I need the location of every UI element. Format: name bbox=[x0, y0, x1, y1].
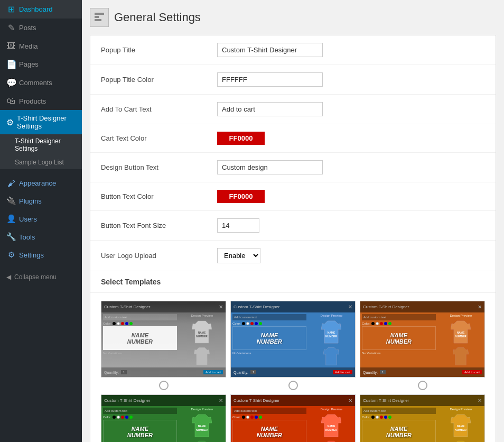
template-radio-2[interactable] bbox=[288, 381, 298, 390]
sidebar-item-comments[interactable]: 💬 Comments bbox=[0, 73, 82, 92]
add-to-cart-input[interactable] bbox=[217, 102, 323, 116]
sidebar-item-label: Tools bbox=[19, 233, 35, 241]
page-icon bbox=[90, 8, 109, 27]
settings-panel: Popup Title Popup Title Color Add To Car… bbox=[90, 35, 496, 442]
popup-title-input[interactable] bbox=[217, 43, 323, 57]
sub-label: Sample Logo List bbox=[15, 159, 64, 166]
user-logo-label: User Logo Upload bbox=[101, 252, 217, 260]
sidebar-item-appearance[interactable]: 🖌 Appearance bbox=[0, 174, 82, 192]
settings-icon: ⚙ bbox=[6, 250, 16, 260]
sidebar-item-label: Plugins bbox=[19, 197, 42, 205]
sidebar-item-users[interactable]: 👤 Users bbox=[0, 210, 82, 228]
products-icon: 🛍 bbox=[6, 96, 16, 106]
user-logo-select[interactable]: Enable Disable bbox=[217, 248, 260, 263]
svg-text:NUMBER: NUMBER bbox=[455, 428, 466, 431]
select-templates-title: Select Templates bbox=[90, 271, 496, 293]
button-text-color-button[interactable]: FF0000 bbox=[217, 190, 265, 203]
appearance-icon: 🖌 bbox=[6, 179, 16, 188]
sidebar-item-label: Appearance bbox=[19, 179, 56, 187]
template-thumb-3: Custom T-Shirt Designer ✕ Add custom tex… bbox=[360, 301, 485, 377]
template-thumb-6: Custom T-Shirt Designer ✕ Add custom tex… bbox=[360, 394, 485, 442]
tshirt-icon: ⚙ bbox=[6, 117, 14, 127]
sub-label: T-Shirt Designer Settings bbox=[15, 137, 76, 152]
design-button-input[interactable] bbox=[217, 160, 323, 174]
sidebar-item-label: Media bbox=[19, 42, 38, 50]
template-thumb-2: Custom T-Shirt Designer ✕ Add custom tex… bbox=[230, 301, 356, 377]
sidebar-item-tshirt[interactable]: ⚙ T-Shirt Designer Settings bbox=[0, 110, 82, 134]
dashboard-icon: ⊞ bbox=[6, 4, 16, 14]
design-button-text-row: Design Button Text bbox=[90, 153, 496, 182]
main-content: General Settings Popup Title Popup Title… bbox=[82, 0, 504, 442]
template-item-2[interactable]: Custom T-Shirt Designer ✕ Add custom tex… bbox=[230, 301, 356, 390]
template-thumb-1: Custom T-Shirt Designer ✕ Add custom tex… bbox=[101, 301, 226, 377]
sidebar-item-label: Products bbox=[19, 97, 46, 105]
svg-text:NUMBER: NUMBER bbox=[455, 335, 466, 338]
svg-text:NUMBER: NUMBER bbox=[196, 428, 208, 431]
svg-text:NAME: NAME bbox=[328, 425, 335, 428]
design-button-label: Design Button Text bbox=[101, 163, 217, 171]
template-item-6[interactable]: Custom T-Shirt Designer ✕ Add custom tex… bbox=[360, 394, 485, 442]
sidebar-item-dashboard[interactable]: ⊞ Dashboard bbox=[0, 0, 82, 19]
users-icon: 👤 bbox=[6, 214, 16, 224]
svg-text:NUMBER: NUMBER bbox=[196, 335, 208, 338]
collapse-menu[interactable]: ◀ Collapse menu bbox=[0, 269, 82, 285]
svg-text:NUMBER: NUMBER bbox=[325, 428, 337, 431]
template-item-4[interactable]: Custom T-Shirt Designer ✕ Add custom tex… bbox=[101, 394, 226, 442]
collapse-arrow-icon: ◀ bbox=[6, 273, 11, 281]
sidebar-item-tools[interactable]: 🔧 Tools bbox=[0, 228, 82, 246]
popup-title-color-row: Popup Title Color bbox=[90, 65, 496, 95]
comments-icon: 💬 bbox=[6, 78, 16, 88]
sidebar-item-settings[interactable]: ⚙ Settings bbox=[0, 246, 82, 264]
sidebar-item-label: Pages bbox=[19, 60, 39, 68]
template-thumb-4: Custom T-Shirt Designer ✕ Add custom tex… bbox=[101, 394, 226, 442]
template-thumb-5: Custom T-Shirt Designer ✕ Add custom tex… bbox=[230, 394, 356, 442]
popup-title-label: Popup Title bbox=[101, 46, 217, 54]
template-radio-3[interactable] bbox=[418, 381, 427, 390]
svg-text:NAME: NAME bbox=[328, 331, 335, 334]
add-to-cart-label: Add To Cart Text bbox=[101, 105, 217, 113]
svg-text:NAME: NAME bbox=[198, 425, 206, 428]
plugins-icon: 🔌 bbox=[6, 196, 16, 206]
popup-title-color-input[interactable] bbox=[217, 72, 323, 87]
template-item-1[interactable]: Custom T-Shirt Designer ✕ Add custom tex… bbox=[101, 301, 226, 390]
svg-rect-1 bbox=[95, 16, 99, 18]
sidebar-item-label: T-Shirt Designer Settings bbox=[17, 114, 76, 130]
svg-text:NAME: NAME bbox=[457, 425, 465, 428]
svg-text:NUMBER: NUMBER bbox=[325, 335, 337, 338]
button-font-size-input[interactable] bbox=[217, 218, 259, 233]
sidebar-sub-sample-logo[interactable]: Sample Logo List bbox=[0, 155, 82, 169]
popup-title-color-label: Popup Title Color bbox=[101, 76, 217, 84]
sidebar-sub-tshirt-settings[interactable]: T-Shirt Designer Settings bbox=[0, 134, 82, 155]
cart-text-color-row: Cart Text Color FF0000 bbox=[90, 124, 496, 153]
button-text-color-row: Button Text Color FF0000 bbox=[90, 182, 496, 211]
popup-title-row: Popup Title bbox=[90, 35, 496, 65]
sidebar-item-pages[interactable]: 📄 Pages bbox=[0, 55, 82, 73]
button-text-color-label: Button Text Color bbox=[101, 192, 217, 200]
template-item-3[interactable]: Custom T-Shirt Designer ✕ Add custom tex… bbox=[360, 301, 485, 390]
posts-icon: ✎ bbox=[6, 23, 16, 33]
collapse-label: Collapse menu bbox=[14, 273, 57, 281]
button-font-size-label: Button Text Font Size bbox=[101, 222, 217, 229]
sidebar-item-products[interactable]: 🛍 Products bbox=[0, 92, 82, 110]
media-icon: 🖼 bbox=[6, 41, 16, 51]
svg-rect-2 bbox=[95, 19, 101, 21]
sidebar-item-posts[interactable]: ✎ Posts bbox=[0, 19, 82, 37]
sidebar-item-plugins[interactable]: 🔌 Plugins bbox=[0, 192, 82, 210]
tools-icon: 🔧 bbox=[6, 232, 16, 242]
page-title: General Settings bbox=[114, 11, 201, 24]
sidebar-item-label: Settings bbox=[19, 251, 44, 259]
sidebar-item-label: Dashboard bbox=[19, 5, 53, 13]
sidebar-submenu-tshirt: T-Shirt Designer Settings Sample Logo Li… bbox=[0, 134, 82, 169]
sidebar: ⊞ Dashboard ✎ Posts 🖼 Media 📄 Pages 💬 Co… bbox=[0, 0, 82, 442]
template-radio-1[interactable] bbox=[159, 381, 169, 390]
pages-icon: 📄 bbox=[6, 59, 16, 69]
sidebar-item-label: Posts bbox=[19, 24, 36, 32]
template-item-5[interactable]: Custom T-Shirt Designer ✕ Add custom tex… bbox=[230, 394, 356, 442]
sidebar-item-label: Users bbox=[19, 215, 37, 223]
templates-grid: Custom T-Shirt Designer ✕ Add custom tex… bbox=[90, 293, 496, 442]
button-font-size-row: Button Text Font Size bbox=[90, 211, 496, 241]
sidebar-item-media[interactable]: 🖼 Media bbox=[0, 37, 82, 55]
add-to-cart-row: Add To Cart Text bbox=[90, 95, 496, 124]
cart-text-color-button[interactable]: FF0000 bbox=[217, 132, 265, 145]
svg-rect-0 bbox=[95, 13, 104, 15]
